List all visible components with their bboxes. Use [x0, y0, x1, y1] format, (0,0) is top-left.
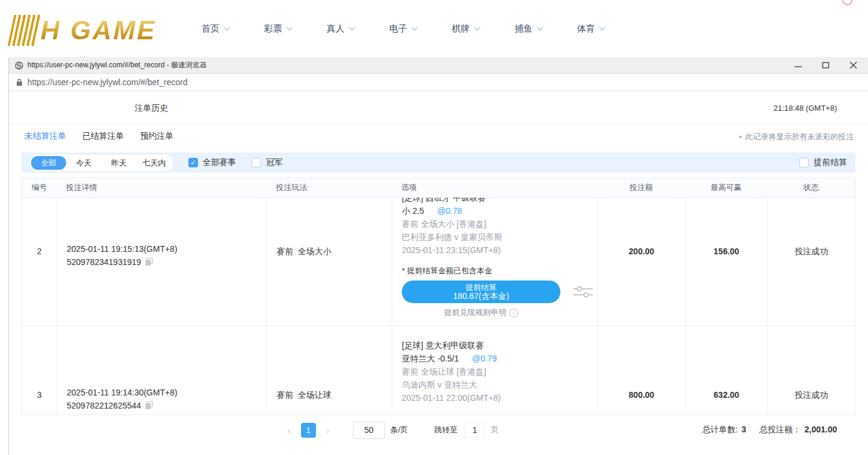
info-icon: i [509, 308, 518, 317]
chevron-down-icon [411, 27, 418, 31]
match-time: 2025-01-11 22:00(GMT+8) [402, 391, 597, 404]
notice-text: 此记录将显示所有未派彩的投注 [745, 132, 854, 142]
logo-bars-icon [7, 15, 41, 46]
play-type: 赛前 全场让球 [266, 326, 392, 415]
status: 投注成功 [767, 198, 855, 325]
nav-label: 彩票 [264, 23, 282, 35]
date-range-segments: 全部 今天 昨天 七天内 [30, 155, 173, 171]
early-settle-button[interactable]: 提前结算 180.67(含本金) [402, 281, 560, 303]
close-button[interactable] [849, 61, 857, 70]
nav-item-cards[interactable]: 棋牌 [452, 23, 480, 35]
totals: 总计单数:3总投注额：2,001.00 [702, 425, 837, 435]
col-header-amount: 投注额 [597, 182, 685, 193]
filter-bar: 全部 今天 昨天 七天内 ✓ 全部赛事 冠军 提前结算 [21, 152, 855, 173]
bet-detail-cell: 2025-01-11 19:15:13(GMT+8) 5209782341931… [57, 198, 266, 325]
col-header-no: 编号 [22, 182, 57, 193]
bet-time: 2025-01-11 19:15:13(GMT+8) [67, 242, 266, 255]
copy-icon[interactable] [145, 258, 153, 266]
tabs-row: 未结算注单 已结算注单 预约注单 此记录将显示所有未派彩的投注 [9, 124, 868, 149]
champion-checkbox[interactable]: 冠军 [252, 157, 283, 168]
match-time: 2025-01-11 23:15(GMT+8) [402, 244, 597, 257]
nav-label: 电子 [389, 23, 407, 35]
nav-label: 棋牌 [452, 23, 470, 35]
bullet-icon [739, 136, 742, 138]
bet-detail-cell: 2025-01-11 19:14:30(GMT+8) 5209782212625… [57, 326, 266, 415]
checkbox-checked-icon: ✓ [188, 158, 198, 167]
total-amount-label: 总投注额： [760, 425, 801, 434]
checkbox-label: 冠军 [266, 157, 283, 168]
logo-text: H GAME [41, 17, 156, 43]
selection: 亚特兰大 -0.5/1 [402, 354, 459, 363]
segment-today[interactable]: 今天 [66, 156, 101, 170]
clock: 21:18:48 (GMT+8) [773, 104, 837, 113]
row-no: 3 [22, 326, 57, 415]
segment-all[interactable]: 全部 [31, 156, 66, 170]
option-cell: [足球] 西班牙 甲级联赛 小 2.5@0.78 赛前 全场大小 [香港盘] 巴… [392, 198, 597, 325]
col-header-status: 状态 [767, 182, 855, 193]
nav-item-slots[interactable]: 电子 [389, 23, 418, 35]
option-cell: [足球] 意大利甲级联赛 亚特兰大 -0.5/1@0.79 赛前 全场让球 [香… [392, 326, 597, 415]
nav-item-sports[interactable]: 体育 [577, 23, 606, 35]
jump-to-label: 跳转至 [434, 425, 457, 435]
selection: 小 2.5 [402, 206, 424, 216]
minimize-button[interactable] [794, 61, 802, 70]
bet-id: 5209782212625544 [67, 399, 141, 412]
page-size-input[interactable] [353, 422, 385, 439]
pagination: ‹ 1 › 条/页 跳转至 页 总计单数:3总投注额：2,001.00 [9, 415, 868, 445]
prev-page-icon[interactable]: ‹ [283, 425, 295, 435]
checkbox-unchecked-icon [252, 158, 261, 167]
early-settle-checkbox[interactable]: 提前结算 [799, 157, 847, 168]
browser-titlebar: https://user-pc-new.jylywl.com/#/bet_rec… [9, 57, 868, 74]
play-type: 赛前 全场大小 [266, 198, 392, 325]
chevron-down-icon [224, 27, 230, 31]
tab-reserved[interactable]: 预约注单 [140, 131, 173, 142]
bet-time: 2025-01-11 19:14:30(GMT+8) [67, 386, 266, 399]
url-text: https://user-pc-new.jylywl.com/#/bet_rec… [27, 77, 187, 87]
nav-label: 捕鱼 [514, 23, 532, 35]
checkbox-label: 全部赛事 [203, 157, 236, 168]
selection-line: 小 2.5@0.78 [402, 204, 597, 217]
tab-settled[interactable]: 已结算注单 [82, 131, 124, 142]
bet-table: 编号 投注详情 投注玩法 选项 投注额 最高可赢 状态 2 2025-01-11… [21, 177, 855, 415]
per-page-label: 条/页 [390, 425, 408, 435]
sliders-icon[interactable] [574, 285, 593, 298]
page-unit-label: 页 [491, 425, 498, 435]
status: 投注成功 [767, 326, 855, 415]
page-content: 注单历史 21:18:48 (GMT+8) 未结算注单 已结算注单 预约注单 此… [9, 92, 868, 455]
match-teams: 乌迪内斯 v 亚特兰大 [402, 378, 597, 391]
odds: @0.79 [472, 354, 497, 363]
nav-item-home[interactable]: 首页 [202, 23, 230, 35]
tab-unsettled[interactable]: 未结算注单 [24, 131, 66, 142]
nav-label: 首页 [202, 23, 219, 35]
nav-item-lottery[interactable]: 彩票 [264, 23, 293, 35]
chevron-down-icon [349, 27, 355, 31]
table-row: 2 2025-01-11 19:15:13(GMT+8) 52097823419… [22, 197, 855, 325]
button-amount: 180.67(含本金) [453, 292, 509, 301]
chevron-down-icon [599, 27, 606, 31]
bet-id: 5209782341931919 [67, 255, 141, 269]
col-header-maxwin: 最高可赢 [685, 182, 767, 193]
nav-label: 体育 [577, 23, 595, 35]
jump-page-input[interactable] [464, 422, 485, 438]
corner-avatar-icon[interactable] [842, 0, 852, 5]
table-row: 3 2025-01-11 19:14:30(GMT+8) 52097822126… [22, 325, 855, 415]
copy-icon[interactable] [145, 401, 153, 410]
nav-item-fishing[interactable]: 捕鱼 [514, 23, 543, 35]
lock-icon [16, 78, 23, 86]
logo[interactable]: H GAME [11, 13, 156, 48]
nav-item-live[interactable]: 真人 [327, 23, 355, 35]
chevron-down-icon [286, 27, 293, 31]
chevron-down-icon [537, 27, 543, 31]
league-name: [足球] 意大利甲级联赛 [402, 339, 597, 352]
segment-seven-days[interactable]: 七天内 [137, 156, 172, 170]
next-page-icon[interactable]: › [322, 425, 334, 435]
maximize-button[interactable] [822, 61, 830, 70]
page-number-button[interactable]: 1 [301, 423, 316, 438]
cashout-rules-link[interactable]: 提前兑现规则申明 i [402, 307, 560, 318]
page-header: 注单历史 21:18:48 (GMT+8) [9, 92, 868, 124]
max-win: 156.00 [685, 198, 767, 325]
address-bar[interactable]: https://user-pc-new.jylywl.com/#/bet_rec… [9, 74, 868, 91]
col-header-option: 选项 [392, 182, 597, 193]
segment-yesterday[interactable]: 昨天 [101, 156, 137, 170]
all-events-checkbox[interactable]: ✓ 全部赛事 [188, 157, 236, 168]
